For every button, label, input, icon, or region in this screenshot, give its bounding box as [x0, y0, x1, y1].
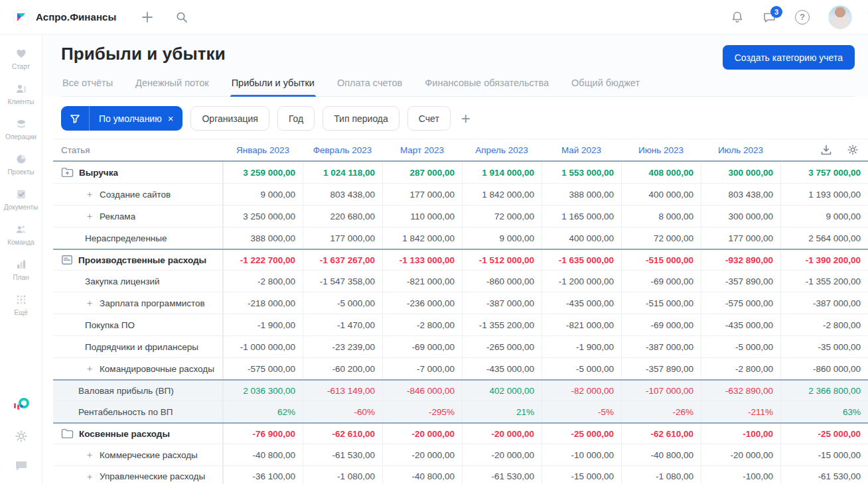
gear-icon[interactable] — [15, 430, 28, 443]
brand: Аспро.Финансы — [13, 9, 116, 25]
sidebar-item-operations[interactable]: Операции — [1, 111, 41, 147]
row-label: Создание сайтов — [100, 190, 171, 200]
row-name-cell: Закупка лицензий — [53, 271, 223, 292]
chat-icon[interactable]: 3 — [762, 11, 776, 24]
tab-profit-loss[interactable]: Прибыли и убытки — [230, 78, 316, 96]
expand-plus-icon[interactable]: + — [85, 471, 94, 482]
table-row-site-creation[interactable]: +Создание сайтов9 000,00803 438,00177 00… — [53, 184, 868, 206]
cell-value: 21% — [462, 401, 542, 422]
row-label: Валовая прибыль (ВП) — [78, 386, 174, 396]
cell-value: -100,00 — [701, 466, 780, 484]
expand-plus-icon[interactable]: + — [85, 363, 94, 374]
cell-value: 9 000,00 — [462, 227, 542, 249]
cell-value: 287 000,00 — [382, 162, 462, 183]
cell-value: 388 000,00 — [223, 227, 303, 249]
default-filter-button[interactable]: По умолчанию × — [61, 106, 182, 131]
table-row-revenue[interactable]: Выручка3 259 000,001 024 118,00287 000,0… — [53, 162, 868, 184]
search-icon[interactable] — [176, 11, 188, 23]
sidebar-item-projects[interactable]: Проекты — [1, 147, 41, 182]
sidebar-item-documents[interactable]: Документы — [1, 182, 41, 217]
filter-chip-organization[interactable]: Организация — [190, 106, 269, 131]
brand-name: Аспро.Финансы — [36, 11, 116, 23]
cell-value: -15 000,00 — [542, 466, 621, 484]
table-row-advertising[interactable]: +Реклама3 250 000,00220 680,00110 000,00… — [53, 206, 868, 227]
create-category-button[interactable]: Создать категорию учета — [723, 45, 855, 70]
table-row-programmer-salary[interactable]: +Зарплата программистов-218 000,00-5 000… — [53, 292, 868, 314]
cell-value: -2 800,00 — [223, 271, 303, 292]
column-header-month[interactable]: Июль 2023 — [701, 145, 780, 155]
cell-value: 62% — [223, 401, 303, 422]
row-name-cell: Подрядчики и фрилансеры — [53, 336, 223, 357]
cell-value: -515 000,00 — [621, 292, 701, 314]
table-row-software-purchase[interactable]: Покупка ПО-1 900,00-1 470,00-2 800,00-1 … — [53, 314, 868, 336]
table-row-gross-margin[interactable]: Рентабельность по ВП62%-60%-295%21%-5%-2… — [53, 401, 868, 423]
cell-value: -20 000,00 — [382, 444, 462, 465]
sidebar-item-more[interactable]: Ещё — [1, 287, 41, 322]
table-row-indirect-costs[interactable]: Косвенные расходы-76 900,00-62 610,00-20… — [53, 422, 868, 444]
tab-cash-flow[interactable]: Денежный поток — [134, 78, 210, 96]
funnel-icon[interactable] — [61, 106, 90, 131]
cell-value: -20 000,00 — [462, 424, 542, 444]
tab-bill-payment[interactable]: Оплата счетов — [336, 78, 403, 96]
row-name-cell: Покупка ПО — [53, 314, 223, 335]
table-row-license-purchase[interactable]: Закупка лицензий-2 800,00-1 547 358,00-8… — [53, 271, 868, 292]
cell-value: -69 000,00 — [621, 271, 701, 292]
tab-financial-obligations[interactable]: Финансовые обязательства — [423, 78, 550, 96]
sidebar-item-start[interactable]: Старт — [1, 41, 41, 76]
sidebar-item-label: Операции — [5, 133, 36, 141]
table-row-gross-profit[interactable]: Валовая прибыль (ВП)2 036 300,00-613 149… — [53, 379, 868, 401]
app-window: Аспро.Финансы 3 ? СтартКлиентыОпер — [0, 0, 868, 484]
avatar[interactable] — [828, 5, 852, 29]
row-name-cell: +Командировочные расходы — [53, 358, 223, 379]
sidebar-item-clients[interactable]: Клиенты — [1, 76, 41, 111]
filter-chip-year[interactable]: Год — [277, 106, 315, 131]
cell-value: -1 635 000,00 — [542, 250, 621, 270]
expand-plus-icon[interactable]: + — [85, 189, 94, 200]
table-row-unallocated[interactable]: Нераспределенные388 000,00177 000,001 84… — [53, 227, 868, 249]
feedback-icon[interactable] — [15, 460, 28, 472]
table-row-administrative-expenses[interactable]: +Управленческие расходы-36 100,00-1 080,… — [53, 466, 868, 484]
aspro-bottom-logo-icon[interactable] — [13, 396, 30, 412]
clear-filter-icon[interactable]: × — [168, 113, 174, 124]
column-header-month[interactable]: Апрель 2023 — [462, 145, 542, 155]
cell-value: -387 000,00 — [621, 336, 701, 357]
heart-icon — [15, 47, 28, 60]
table-row-travel-expenses[interactable]: +Командировочные расходы-575 000,00-60 2… — [53, 358, 868, 380]
expand-plus-icon[interactable]: + — [85, 298, 94, 308]
cell-value: -1 222 700,00 — [223, 250, 303, 270]
sidebar-item-plan[interactable]: План — [1, 252, 41, 287]
sidebar-item-team[interactable]: Команда — [1, 217, 41, 252]
table-row-commercial-expenses[interactable]: +Коммерческие расходы-40 800,00-61 530,0… — [53, 444, 868, 466]
table-settings-gear-icon[interactable] — [847, 144, 859, 156]
download-icon[interactable] — [820, 144, 832, 156]
tab-all-reports[interactable]: Все отчёты — [61, 78, 114, 96]
page-header: Прибыли и убытки Создать категорию учета… — [42, 34, 868, 97]
table-row-contractors-freelancers[interactable]: Подрядчики и фрилансеры-1 000 000,00-23 … — [53, 336, 868, 358]
add-filter-icon[interactable]: + — [461, 111, 470, 127]
column-header-month[interactable]: Февраль 2023 — [303, 145, 382, 155]
cell-value: -632 890,00 — [701, 381, 780, 400]
filter-chip-account[interactable]: Счет — [407, 106, 451, 131]
cell-value: -62 610,00 — [303, 424, 382, 444]
cell-value: 8 000,00 — [621, 206, 701, 227]
help-icon[interactable]: ? — [795, 10, 810, 25]
cell-value: 402 000,00 — [462, 381, 542, 400]
cell-value: -5% — [542, 401, 621, 422]
expand-plus-icon[interactable]: + — [85, 211, 94, 221]
plus-icon[interactable] — [141, 11, 153, 23]
tab-total-budget[interactable]: Общий бюджет — [570, 78, 641, 96]
column-header-month[interactable]: Март 2023 — [382, 145, 462, 155]
sidebar-item-label: Проекты — [7, 168, 34, 176]
filter-chip-period-type[interactable]: Тип периода — [323, 106, 399, 131]
expand-plus-icon[interactable]: + — [85, 450, 94, 460]
column-header-month[interactable]: Январь 2023 — [223, 145, 303, 155]
cell-value: -357 890,00 — [621, 358, 701, 379]
column-header-month[interactable]: Июнь 2023 — [621, 145, 701, 155]
bell-icon[interactable] — [731, 11, 744, 24]
cell-value: -821 000,00 — [382, 271, 462, 292]
check-doc-icon — [15, 188, 28, 201]
table-row-production-costs[interactable]: Производственные расходы-1 222 700,00-1 … — [53, 249, 868, 271]
filter-default-label: По умолчанию — [99, 113, 162, 124]
column-header-month[interactable]: Май 2023 — [542, 145, 621, 155]
cell-value: 400 000,00 — [621, 184, 701, 205]
